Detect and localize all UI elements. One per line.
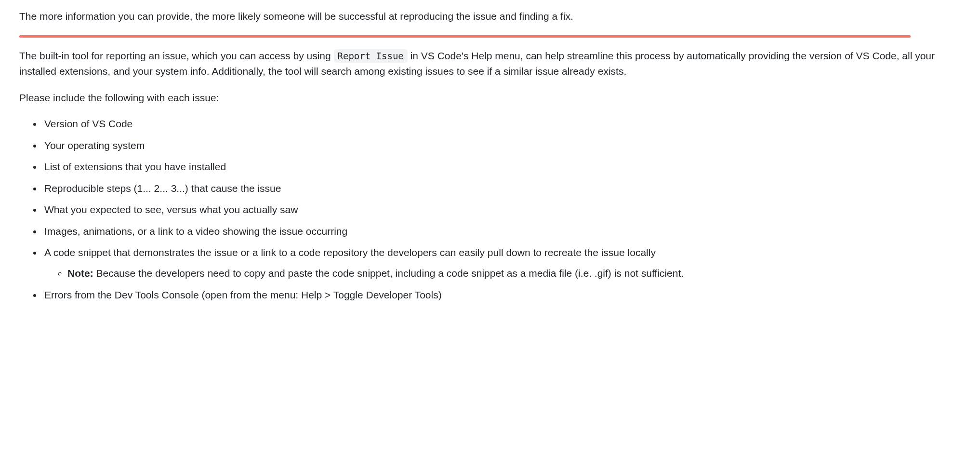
list-item: Images, animations, or a link to a video… xyxy=(42,224,961,240)
list-item-text: A code snippet that demonstrates the iss… xyxy=(44,247,656,258)
intro-paragraph: The more information you can provide, th… xyxy=(19,9,961,25)
note-list-item: Note: Because the developers need to cop… xyxy=(67,266,961,282)
issue-checklist: Version of VS Code Your operating system… xyxy=(19,116,961,303)
document-body: The more information you can provide, th… xyxy=(0,0,980,328)
list-item: What you expected to see, versus what yo… xyxy=(42,202,961,218)
para2-pre-text: The built-in tool for reporting an issue… xyxy=(19,50,334,61)
divider-red xyxy=(19,35,911,38)
note-label: Note: xyxy=(67,268,93,279)
note-sublist: Note: Because the developers need to cop… xyxy=(44,266,961,282)
list-item: List of extensions that you have install… xyxy=(42,159,961,175)
report-issue-code: Report Issue xyxy=(334,49,408,63)
note-text: Because the developers need to copy and … xyxy=(93,268,684,279)
list-item: Your operating system xyxy=(42,138,961,154)
list-item: A code snippet that demonstrates the iss… xyxy=(42,245,961,281)
report-issue-paragraph: The built-in tool for reporting an issue… xyxy=(19,48,961,80)
list-item: Version of VS Code xyxy=(42,116,961,132)
list-item: Errors from the Dev Tools Console (open … xyxy=(42,287,961,303)
list-item: Reproducible steps (1... 2... 3...) that… xyxy=(42,181,961,197)
include-heading: Please include the following with each i… xyxy=(19,90,961,106)
